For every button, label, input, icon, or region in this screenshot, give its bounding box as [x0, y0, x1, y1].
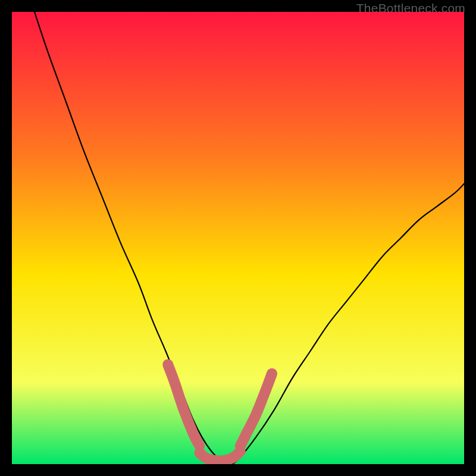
bottleneck-chart	[12, 12, 464, 464]
gradient-background	[12, 12, 464, 464]
outer-frame: TheBottleneck.com	[0, 0, 476, 476]
plot-area	[12, 12, 464, 464]
